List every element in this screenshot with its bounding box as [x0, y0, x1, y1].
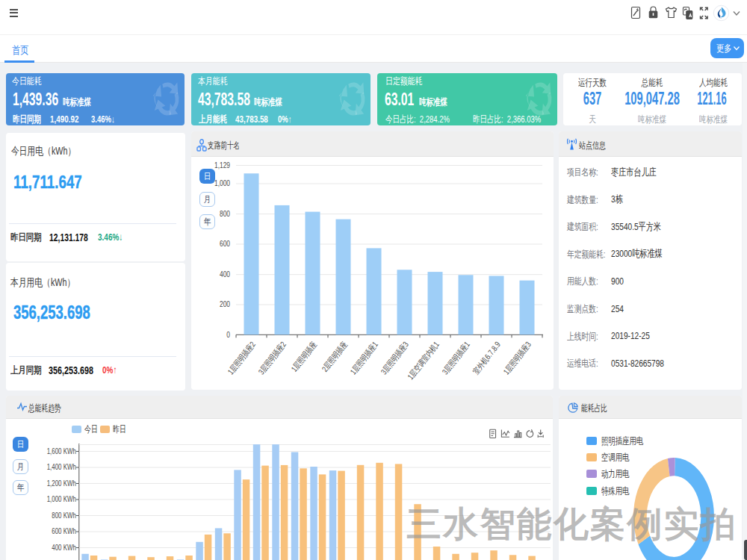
svg-text:2层照明插座: 2层照明插座 — [320, 340, 349, 373]
svg-text:800 KWh: 800 KWh — [52, 510, 76, 520]
svg-text:3层照明插座3: 3层照明插座3 — [379, 340, 410, 376]
svg-text:800: 800 — [220, 209, 230, 218]
svg-text:600 KWh: 600 KWh — [52, 526, 76, 536]
svg-text:室外机6.7.8.9: 室外机6.7.8.9 — [471, 340, 503, 376]
svg-text:1,400 KWh: 1,400 KWh — [47, 462, 76, 472]
svg-text:1,000 KWh: 1,000 KWh — [47, 494, 76, 504]
svg-text:0: 0 — [226, 330, 230, 339]
svg-text:400 KWh: 400 KWh — [52, 542, 76, 552]
svg-text:600: 600 — [220, 240, 230, 249]
svg-text:1,129: 1,129 — [214, 161, 230, 169]
svg-text:1层空调室内机1: 1层空调室内机1 — [406, 340, 441, 382]
svg-text:1层照明插座: 1层照明插座 — [289, 340, 318, 373]
svg-text:1,200 KWh: 1,200 KWh — [47, 478, 76, 488]
svg-text:200: 200 — [220, 300, 230, 309]
svg-text:1层照明插座1: 1层照明插座1 — [348, 340, 379, 376]
svg-text:3层照明插座2: 3层照明插座2 — [256, 340, 288, 376]
svg-text:400: 400 — [220, 270, 230, 279]
svg-text:1层照明插座3: 1层照明插座3 — [501, 340, 533, 376]
svg-text:1层照明插座2: 1层照明插座2 — [226, 340, 257, 376]
svg-text:1,000: 1,000 — [214, 179, 230, 188]
svg-text:1,600 KWh: 1,600 KWh — [47, 446, 76, 455]
svg-text:3层照明插座1: 3层照明插座1 — [440, 340, 471, 376]
